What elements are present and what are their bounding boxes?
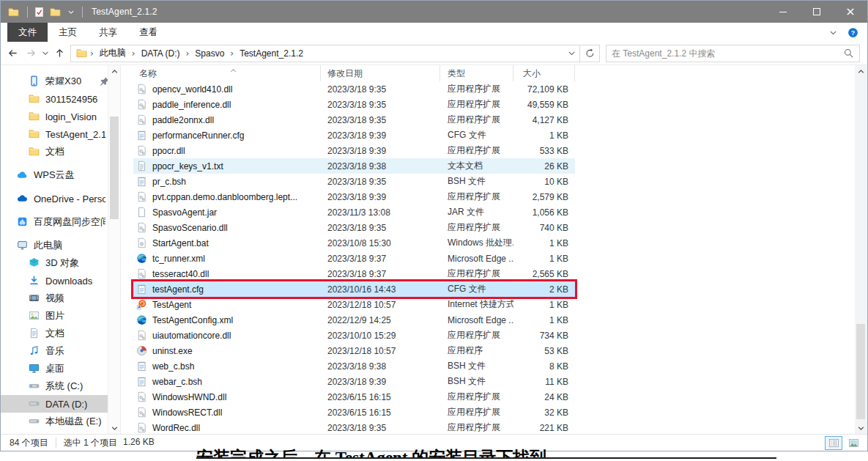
file-row[interactable]: performanceRunner.cfg2023/3/18 9:39CFG 文… (133, 128, 575, 143)
notepad-icon (136, 176, 148, 188)
list-scrollbar[interactable] (855, 65, 867, 434)
file-type: 应用程序扩展 (440, 98, 513, 111)
sidebar-item-DATA (D:)[interactable]: DATA (D:) (1, 395, 120, 413)
item-count: 84 个项目 (10, 437, 48, 449)
file-type: 应用程序扩展 (440, 191, 513, 203)
sidebar-item-视频[interactable]: 视频 (1, 289, 120, 307)
sidebar-item-桌面[interactable]: 桌面 (1, 360, 120, 377)
sidebar-item-音乐[interactable]: 音乐 (1, 342, 120, 360)
sidebar-scrollbar[interactable] (108, 65, 120, 434)
sidebar-item-图片[interactable]: 图片 (1, 307, 120, 325)
breadcrumb-segment[interactable]: DATA (D:) (138, 47, 184, 60)
column-header-大小[interactable]: 大小 (513, 65, 575, 81)
recent-locations-chevron-icon[interactable] (40, 44, 51, 62)
sidebar-item-本地磁盘 (E:)[interactable]: 本地磁盘 (E:) (1, 413, 120, 430)
minimize-button[interactable] (766, 1, 800, 23)
file-row[interactable]: opencv_world410.dll2023/3/18 9:35应用程序扩展7… (133, 81, 575, 97)
sidebar-item-文档[interactable]: 文档 (1, 325, 120, 342)
file-row[interactable]: pvt.cppan.demo.danbloomberg.lept...2023/… (133, 189, 575, 204)
file-row[interactable]: SpasvoScenario.dll2023/3/18 9:35应用程序扩展74… (133, 220, 575, 235)
column-header-类型[interactable]: 类型 (440, 65, 513, 81)
file-type: BSH 文件 (440, 375, 513, 388)
sidebar-item-文档[interactable]: 文档 (1, 143, 120, 161)
thumbnail-view-button[interactable] (845, 436, 862, 450)
file-row[interactable]: StartAgent.bat2023/10/8 15:30Windows 批处理… (133, 235, 575, 251)
computer-icon (17, 240, 29, 251)
file-name-cell: pvt.cppan.demo.danbloomberg.lept... (133, 189, 321, 204)
file-row[interactable]: WindowsHWND.dll2023/6/15 16:15应用程序扩展24 K… (133, 389, 575, 405)
file-row[interactable]: web_c.bsh2023/3/18 9:38BSH 文件8 KB (133, 358, 575, 374)
titlebar-divider (82, 7, 83, 18)
sidebar-item-百度网盘同步空间[interactable]: 百度网盘同步空间 (1, 213, 120, 231)
file-name: pr_c.bsh (152, 177, 186, 187)
file-row[interactable]: SpasvoAgent.jar2023/11/3 13:08JAR 文件1,05… (133, 204, 575, 220)
menu-tab-查看[interactable]: 查看 (128, 23, 168, 42)
sidebar-scroll-thumb[interactable] (110, 117, 119, 219)
file-row[interactable]: tc_runner.xml2023/3/18 9:37Microsoft Edg… (133, 251, 575, 266)
breadcrumb-segment[interactable]: 此电脑 (96, 45, 130, 61)
maximize-button[interactable] (800, 1, 834, 23)
address-dropdown-chevron-icon[interactable] (563, 48, 579, 59)
file-type: CFG 文件 (440, 129, 513, 141)
search-input[interactable] (612, 48, 843, 59)
quick-access-newfolder-icon[interactable] (48, 5, 62, 18)
details-view-button[interactable] (825, 436, 842, 450)
file-row[interactable]: WordRec.dll2023/3/18 9:35应用程序扩展221 KB (133, 420, 575, 434)
file-row[interactable]: WindowsRECT.dll2023/6/15 16:15应用程序扩展32 K… (133, 405, 575, 420)
file-type: 应用程序扩展 (440, 391, 513, 403)
sidebar-item-TestAgent_2.1.2[interactable]: TestAgent_2.1.2 (1, 125, 120, 143)
file-row[interactable]: TestAgent2023/12/18 10:57Internet 快捷方式1 … (133, 297, 575, 312)
edge-icon (136, 253, 148, 265)
file-row[interactable]: webar_c.bsh2023/3/18 9:39BSH 文件11 KB (133, 374, 575, 389)
sidebar-item-Downloads[interactable]: Downloads (1, 272, 120, 289)
file-row[interactable]: TestAgentConfig.xml2022/12/9 14:25Micros… (133, 312, 575, 328)
sidebar-item-荣耀X30[interactable]: 荣耀X30 (1, 73, 120, 90)
file-name: TestAgent (152, 300, 191, 310)
menu-tab-主页[interactable]: 主页 (48, 23, 88, 42)
file-date-modified: 2023/12/18 10:57 (321, 300, 440, 310)
sidebar-item-3D 对象[interactable]: 3D 对象 (1, 254, 120, 272)
file-row[interactable]: paddle2onnx.dll2023/3/18 9:35应用程序扩展4,127… (133, 112, 575, 128)
column-header-修改日期[interactable]: 修改日期 (321, 65, 440, 81)
file-row[interactable]: uninst.exe2023/12/18 10:57应用程序53 KB (133, 343, 575, 358)
column-header-名称[interactable]: 名称 (133, 65, 321, 81)
sidebar-item-3011524956[interactable]: 3011524956 (1, 90, 120, 108)
ribbon-expand-chevron-icon[interactable] (828, 27, 839, 38)
list-scroll-down-icon[interactable] (855, 422, 867, 434)
menu-tab-共享[interactable]: 共享 (88, 23, 128, 42)
sidebar-item-WPS云盘[interactable]: WPS云盘 (1, 166, 120, 184)
back-button[interactable] (4, 44, 22, 62)
file-row[interactable]: ppocr_keys_v1.txt2023/3/18 9:38文本文档26 KB (133, 158, 575, 174)
sidebar-item-系统 (C:)[interactable]: 系统 (C:) (1, 377, 120, 395)
sidebar-scroll-down-icon[interactable] (108, 422, 120, 434)
quick-access-properties-icon[interactable] (32, 5, 45, 18)
file-date-modified: 2023/3/18 9:38 (321, 161, 440, 172)
sidebar-item-login_Vision[interactable]: login_Vision (1, 108, 120, 125)
file-type: 应用程序扩展 (440, 421, 513, 434)
breadcrumb-segment[interactable]: Spasvo (191, 47, 228, 60)
close-button[interactable]: × (834, 1, 867, 23)
file-row[interactable]: tesseract40.dll2023/3/18 9:37应用程序扩展2,565… (133, 266, 575, 281)
refresh-button[interactable] (580, 45, 600, 62)
sidebar-item-OneDrive - Perso[interactable]: OneDrive - Perso (1, 190, 120, 207)
file-row[interactable]: pr_c.bsh2023/3/18 9:35BSH 文件10 KB (133, 174, 575, 189)
file-row[interactable]: testAgent.cfg2023/10/16 14:43CFG 文件2 KB (133, 281, 575, 297)
jar-file-icon (136, 207, 148, 218)
quick-access-caret-icon[interactable] (66, 7, 76, 18)
list-scroll-up-icon[interactable] (855, 65, 867, 77)
forward-button[interactable] (22, 44, 40, 62)
list-scroll-thumb[interactable] (856, 324, 865, 419)
menu-tab-文件[interactable]: 文件 (7, 23, 48, 42)
sidebar-item-此电脑[interactable]: 此电脑 (1, 237, 120, 254)
breadcrumb-segment[interactable]: TestAgent_2.1.2 (236, 47, 307, 60)
search-box[interactable] (606, 45, 860, 62)
address-bar[interactable]: › 此电脑›DATA (D:)›Spasvo›TestAgent_2.1.2 (70, 45, 580, 62)
selection-size: 1.26 KB (123, 437, 155, 449)
file-row[interactable]: uiautomationcore.dll2023/10/10 15:29应用程序… (133, 328, 575, 343)
file-row[interactable]: paddle_inference.dll2023/3/18 9:35应用程序扩展… (133, 97, 575, 112)
file-name-cell: webar_c.bsh (133, 374, 321, 389)
sidebar-scroll-up-icon[interactable] (108, 65, 120, 77)
help-icon[interactable]: ? (847, 27, 858, 38)
file-row[interactable]: ppocr.dll2023/3/18 9:39应用程序扩展533 KB (133, 143, 575, 158)
up-button[interactable] (51, 44, 69, 62)
